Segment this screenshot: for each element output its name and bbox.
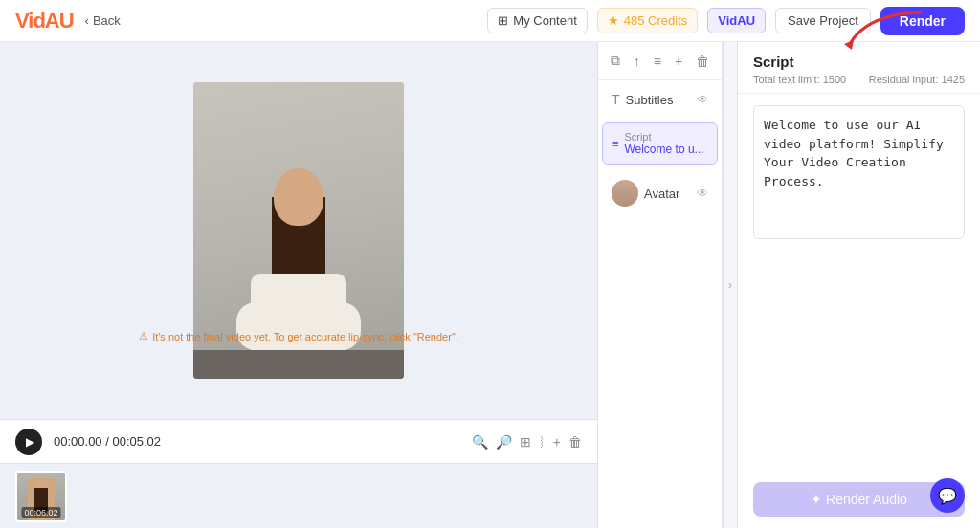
script-scene-item[interactable]: ≡ Script Welcome to u... [602,122,718,165]
coin-icon: ★ [608,13,619,28]
vidau-badge: VidAU [707,8,766,33]
zoom-in-icon[interactable]: 🔎 [496,434,512,450]
add-scene-icon[interactable]: + [675,54,682,69]
layers-icon[interactable]: ≡ [654,54,661,69]
script-icon: ≡ [612,138,618,149]
script-textarea[interactable] [753,105,965,239]
copy-icon[interactable]: ⧉ [611,53,620,69]
timeline-bar: ▶ 00:00.00 / 00:05.02 🔍 🔎 ⊞ ⧘ + 🗑 [0,419,597,463]
header: VidAU ‹ Back ⊞ My Content ★ 485 Credits … [0,0,980,42]
script-header: Script Total text limit: 1500 Residual i… [738,42,980,94]
delete-track-icon[interactable]: 🗑 [568,434,582,450]
avatar-thumbnail [612,180,638,207]
text-icon: T [612,92,620,107]
header-left: VidAU ‹ Back [15,9,121,33]
warning-text: ⚠ It's not the final video yet. To get a… [139,330,458,342]
time-display: 00:00.00 / 00:05.02 [54,434,161,449]
chevron-left-icon: ‹ [85,13,89,28]
play-icon: ▶ [26,435,34,449]
warning-icon: ⚠ [139,330,148,342]
script-panel-title: Script [753,54,965,70]
credits-button[interactable]: ★ 485 Credits [597,8,698,33]
fit-icon[interactable]: ⊞ [520,434,531,450]
residual-label: Residual input: 1425 [869,74,965,85]
avatar-scene-item[interactable]: Avatar 👁 [602,172,718,214]
split-icon[interactable]: ⧘ [539,434,546,450]
person-head [274,168,323,226]
total-limit-label: Total text limit: 1500 [753,74,846,85]
play-button[interactable]: ▶ [15,429,42,455]
zoom-out-icon[interactable]: 🔍 [472,434,488,450]
collapse-handle[interactable]: › [723,42,738,528]
save-project-button[interactable]: Save Project [775,8,871,33]
thumbnail-item[interactable]: 00:06.02 [15,471,67,522]
person-arms [236,302,361,350]
canvas-workspace: ⚠ It's not the final video yet. To get a… [0,42,597,419]
upload-icon[interactable]: ↑ [634,54,640,69]
script-meta: Total text limit: 1500 Residual input: 1… [753,74,965,85]
thumbnails-row: 00:06.02 [0,463,597,528]
eye-icon[interactable]: 👁 [697,93,708,106]
subtitles-label: Subtitles [626,93,674,107]
chevron-right-icon: › [728,278,732,292]
back-label: Back [93,13,121,28]
script-textarea-wrap [738,94,980,474]
main-area: ⚠ It's not the final video yet. To get a… [0,42,980,528]
right-panel: ⧉ ↑ ≡ + 🗑 T Subtitles 👁 ≡ Script Welcome… [597,42,980,528]
delete-scene-icon[interactable]: 🗑 [696,54,709,69]
header-right: ⊞ My Content ★ 485 Credits VidAU Save Pr… [487,7,965,35]
script-edit-panel: Script Total text limit: 1500 Residual i… [738,42,980,528]
grid-icon: ⊞ [498,13,508,28]
avatar-label: Avatar [644,187,679,201]
canvas-area: ⚠ It's not the final video yet. To get a… [0,42,597,528]
avatar-eye-icon[interactable]: 👁 [697,187,708,200]
render-audio-label: ✦ Render Audio [811,492,907,507]
add-track-icon[interactable]: + [553,434,561,450]
logo: VidAU [15,9,74,33]
timeline-controls: 🔍 🔎 ⊞ ⧘ + 🗑 [472,434,582,450]
render-button[interactable]: Render [880,7,965,35]
scene-panel: ⧉ ↑ ≡ + 🗑 T Subtitles 👁 ≡ Script Welcome… [598,42,723,528]
chat-icon: 💬 [938,487,957,505]
subtitles-item[interactable]: T Subtitles 👁 [602,84,718,115]
thumb-duration: 00:06.02 [21,507,60,518]
my-content-button[interactable]: ⊞ My Content [487,8,587,33]
back-button[interactable]: ‹ Back [85,13,121,28]
person-body [241,149,356,379]
chat-bubble-button[interactable]: 💬 [930,478,965,513]
scene-toolbar: ⧉ ↑ ≡ + 🗑 [598,42,722,80]
